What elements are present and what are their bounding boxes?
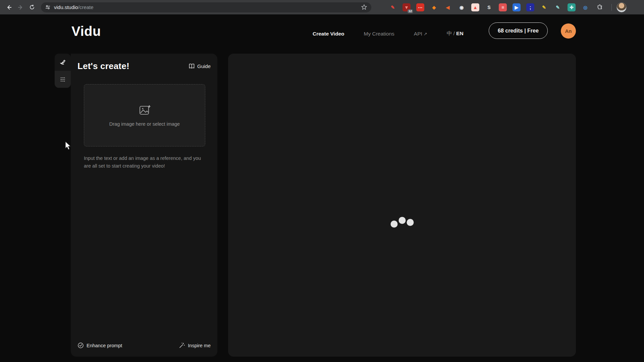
url-text: vidu.studio/create <box>54 4 94 10</box>
panel-title: Let's create! <box>77 61 129 71</box>
external-link-icon: ↗ <box>424 32 427 37</box>
pen-create-icon <box>59 59 66 66</box>
lang-zh[interactable]: 中 <box>447 31 452 36</box>
vidu-app: Vidu Create Video My Creations API↗ 中 / … <box>0 14 644 362</box>
main-nav: Create Video My Creations API↗ 中 / EN <box>313 30 464 37</box>
bookmark-star-icon[interactable] <box>361 4 367 10</box>
eye-extension-icon[interactable]: ◉ <box>458 3 466 11</box>
book-icon <box>189 63 195 69</box>
url-path: /create <box>78 4 94 10</box>
vidu-logo[interactable]: Vidu <box>71 24 101 39</box>
url-host: vidu.studio <box>54 4 78 10</box>
nav-my-creations[interactable]: My Creations <box>364 31 394 37</box>
loading-spinner <box>390 217 414 228</box>
nav-create-video[interactable]: Create Video <box>313 31 344 37</box>
flame-card-extension-icon[interactable]: ▲ <box>471 3 479 11</box>
mouse-cursor <box>63 141 72 151</box>
add-image-icon <box>138 104 151 117</box>
yellow-pen-extension-icon[interactable]: ✎ <box>540 3 548 11</box>
extension-badge: 12 <box>408 9 413 13</box>
tab-prompt[interactable] <box>55 54 71 71</box>
red-marker-extension-icon[interactable]: ✎ <box>389 3 397 11</box>
semicolon-extension-icon[interactable]: ; <box>526 3 534 11</box>
prompt-input[interactable] <box>84 150 205 342</box>
reload-icon <box>29 4 35 10</box>
loading-dot <box>398 217 406 224</box>
forward-button[interactable] <box>15 2 26 13</box>
forward-icon <box>17 4 23 10</box>
site-settings-icon[interactable] <box>45 4 51 10</box>
language-switcher[interactable]: 中 / EN <box>447 30 464 37</box>
loading-dot <box>407 219 414 226</box>
creations-canvas <box>228 54 576 357</box>
tab-settings[interactable] <box>55 71 71 88</box>
teal-pen-extension-icon[interactable]: ✎ <box>554 3 562 11</box>
panel-tab-rail <box>55 54 71 88</box>
back-icon <box>6 4 12 10</box>
inspire-me-button[interactable]: Inspire me <box>179 342 211 349</box>
toolbar-separator <box>611 4 612 11</box>
target-extension-icon[interactable]: ◎ <box>581 3 589 11</box>
image-dropzone[interactable]: Drag image here or select image <box>84 84 205 146</box>
dropzone-label: Drag image here or select image <box>109 121 180 127</box>
user-avatar[interactable]: An <box>561 23 576 39</box>
loading-dot <box>390 221 397 228</box>
magic-wand-icon <box>179 342 185 349</box>
lang-en[interactable]: EN <box>456 31 464 36</box>
guide-link[interactable]: Guide <box>189 63 211 69</box>
play-circle-extension-icon[interactable]: ▶ <box>513 3 521 11</box>
notes-bubble-extension-icon[interactable]: ≡ <box>499 3 507 11</box>
nav-api[interactable]: API↗ <box>414 31 427 37</box>
extensions-menu-button[interactable] <box>594 2 605 13</box>
create-panel: Let's create! Guide Drag image here or s… <box>71 54 217 357</box>
credits-button[interactable]: 68 credits | Free <box>489 22 548 39</box>
password-dots-extension-icon[interactable]: ⋯ <box>416 3 424 11</box>
extensions-strip: ✎▼12⋯◆◀◉▲S≡▶;✎✎✚◎ <box>389 3 589 11</box>
reload-button[interactable] <box>26 2 38 13</box>
enhance-prompt-toggle[interactable]: Enhance prompt <box>77 342 122 349</box>
browser-toolbar: vidu.studio/create ✎▼12⋯◆◀◉▲S≡▶;✎✎✚◎ <box>0 0 644 14</box>
metamask-fox-extension-icon[interactable]: ◆ <box>430 3 438 11</box>
address-bar[interactable]: vidu.studio/create <box>41 2 371 12</box>
check-circle-icon <box>77 342 84 349</box>
s-swirl-extension-icon[interactable]: S <box>485 3 493 11</box>
megaphone-extension-icon[interactable]: ◀ <box>444 3 452 11</box>
back-button[interactable] <box>3 2 15 13</box>
sliders-icon <box>59 76 66 83</box>
shield-extension-icon[interactable]: ▼12 <box>402 3 411 11</box>
teal-pattern-extension-icon[interactable]: ✚ <box>568 3 576 11</box>
extensions-puzzle-icon <box>597 4 603 10</box>
browser-profile-avatar[interactable] <box>616 2 627 12</box>
